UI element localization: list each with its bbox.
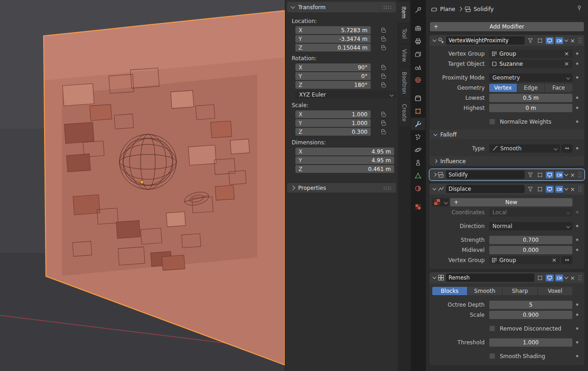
- modifier-header-vertex-weight-proximity[interactable]: VertexWeightProximity ×: [430, 35, 584, 46]
- rotation-z-field[interactable]: Z 180°: [295, 81, 371, 89]
- scale-field[interactable]: 0.900: [489, 311, 572, 319]
- animate-dot[interactable]: [576, 249, 578, 251]
- animate-dot[interactable]: [576, 341, 578, 343]
- properties-tab-scene[interactable]: [411, 61, 425, 73]
- realtime-display-toggle[interactable]: [546, 37, 554, 44]
- texture-selector-dropdown[interactable]: [432, 198, 449, 206]
- properties-tab-modifiers[interactable]: [411, 118, 425, 130]
- scale-y-field[interactable]: Y 1.000: [295, 119, 371, 127]
- normalize-weights-checkbox[interactable]: [489, 119, 495, 125]
- edit-mode-toggle[interactable]: [526, 37, 534, 44]
- edit-mode-toggle[interactable]: [526, 186, 534, 193]
- properties-tab-view-layer[interactable]: [411, 48, 425, 60]
- animate-dot[interactable]: [576, 63, 578, 65]
- sidebar-tab-tool[interactable]: Tool: [399, 24, 410, 43]
- sidebar-tab-create[interactable]: Create: [399, 99, 410, 126]
- geometry-option-vertex[interactable]: Vertex: [489, 84, 517, 92]
- invert-vertex-group-button[interactable]: ↔: [561, 256, 572, 264]
- lock-icon[interactable]: [382, 28, 388, 33]
- drag-grip[interactable]: [578, 274, 582, 281]
- animate-dot[interactable]: [576, 303, 578, 306]
- direction-dropdown[interactable]: Normal: [489, 222, 572, 230]
- cage-toggle[interactable]: [536, 171, 544, 178]
- vertex-group-field[interactable]: Group ×: [489, 50, 572, 58]
- properties-tab-tool[interactable]: [411, 4, 425, 16]
- falloff-subpanel-header[interactable]: Falloff: [430, 130, 584, 139]
- properties-tab-output[interactable]: [411, 35, 425, 47]
- render-display-toggle[interactable]: [555, 171, 563, 178]
- properties-tab-object-data[interactable]: [411, 169, 425, 182]
- expand-chevron-icon[interactable]: [433, 187, 436, 190]
- modifier-header-displace[interactable]: Displace ×: [430, 183, 584, 194]
- lock-icon[interactable]: [382, 130, 388, 134]
- location-x-field[interactable]: X 5.7283 m: [295, 26, 371, 34]
- remove-disconnected-checkbox[interactable]: [489, 325, 495, 331]
- modifier-extras-chevron-icon[interactable]: [564, 187, 568, 190]
- expand-chevron-icon[interactable]: [433, 275, 436, 279]
- mode-option-blocks[interactable]: Blocks: [432, 287, 468, 295]
- properties-panel-header[interactable]: Properties: [287, 183, 396, 193]
- realtime-display-toggle[interactable]: [546, 274, 554, 281]
- close-icon[interactable]: ×: [569, 172, 576, 178]
- vertex-group-field[interactable]: Group ×: [489, 256, 560, 264]
- pin-icon[interactable]: [576, 5, 582, 13]
- location-z-field[interactable]: Z 0.15044 m: [295, 44, 371, 51]
- drag-grip[interactable]: [578, 186, 582, 193]
- cage-toggle[interactable]: [536, 274, 544, 281]
- lock-icon[interactable]: [382, 121, 388, 126]
- animate-dot[interactable]: [576, 76, 578, 79]
- lock-icon[interactable]: [382, 37, 388, 41]
- breadcrumb-object[interactable]: Plane: [431, 6, 455, 12]
- transform-panel-header[interactable]: Transform: [287, 2, 396, 12]
- geometry-option-edge[interactable]: Edge: [517, 84, 545, 92]
- cage-toggle[interactable]: [536, 37, 544, 44]
- dimensions-z-field[interactable]: Z 0.461 m: [295, 165, 394, 173]
- breadcrumb-modifier[interactable]: Solidify: [465, 6, 494, 12]
- sidebar-tab-view[interactable]: View: [399, 45, 410, 66]
- properties-tab-texture[interactable]: [411, 200, 425, 213]
- properties-tab-constraints[interactable]: [411, 156, 425, 169]
- edit-mode-toggle[interactable]: [526, 171, 534, 178]
- lock-icon[interactable]: [382, 65, 388, 70]
- animate-dot[interactable]: [576, 120, 578, 123]
- animate-dot[interactable]: [576, 52, 578, 55]
- target-object-field[interactable]: Suzanne ×: [489, 60, 572, 68]
- close-icon[interactable]: ×: [569, 275, 576, 281]
- render-display-toggle[interactable]: [555, 186, 563, 193]
- lock-icon[interactable]: [382, 74, 388, 79]
- proximity-mode-dropdown[interactable]: Geometry: [489, 74, 572, 82]
- influence-subpanel-header[interactable]: Influence: [430, 156, 584, 166]
- modifier-extras-chevron-icon[interactable]: [564, 172, 568, 176]
- properties-tab-material[interactable]: [411, 182, 425, 194]
- render-display-toggle[interactable]: [555, 37, 563, 44]
- animate-dot[interactable]: [576, 97, 578, 99]
- sidebar-tab-booltron[interactable]: Booltron: [399, 67, 410, 98]
- clear-icon[interactable]: ×: [563, 51, 570, 57]
- coordinates-dropdown[interactable]: Local: [489, 208, 572, 217]
- modifier-name-field[interactable]: Solidify: [446, 171, 525, 179]
- properties-tab-physics[interactable]: [411, 143, 425, 156]
- render-display-toggle[interactable]: [555, 274, 563, 281]
- mode-option-voxel[interactable]: Voxel: [538, 287, 573, 295]
- expand-chevron-icon[interactable]: [433, 173, 436, 177]
- modifier-name-field[interactable]: VertexWeightProximity: [446, 36, 525, 45]
- midlevel-field[interactable]: 0.000: [489, 246, 572, 254]
- invert-falloff-button[interactable]: ↔: [561, 144, 572, 153]
- close-icon[interactable]: ×: [569, 38, 576, 44]
- animate-dot[interactable]: [576, 239, 578, 241]
- properties-tab-world[interactable]: [411, 74, 425, 86]
- modifier-name-field[interactable]: Displace: [446, 185, 525, 193]
- properties-tab-object[interactable]: [411, 105, 425, 117]
- sidebar-tab-item[interactable]: Item: [398, 2, 410, 23]
- new-texture-button[interactable]: + New: [450, 198, 572, 206]
- modifier-extras-chevron-icon[interactable]: [564, 38, 568, 42]
- scale-x-field[interactable]: X 1.000: [295, 110, 371, 118]
- smooth-shading-checkbox[interactable]: [489, 353, 495, 359]
- highest-field[interactable]: 0 m: [489, 104, 572, 112]
- close-icon[interactable]: ×: [569, 186, 576, 192]
- drag-grip[interactable]: [578, 171, 582, 178]
- realtime-display-toggle[interactable]: [546, 171, 554, 178]
- lowest-field[interactable]: 0.5 m: [489, 94, 572, 102]
- clear-icon[interactable]: ×: [563, 61, 570, 67]
- animate-dot[interactable]: [576, 314, 578, 316]
